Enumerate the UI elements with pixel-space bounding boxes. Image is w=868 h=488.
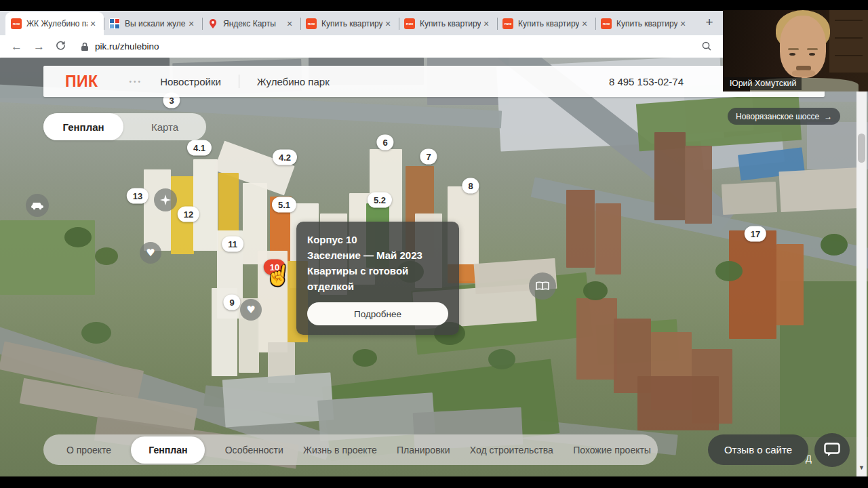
building-badge-17[interactable]: 17 — [745, 226, 766, 242]
tab-close-icon[interactable]: × — [284, 18, 295, 29]
building-badge-5.2[interactable]: 5.2 — [368, 192, 392, 208]
background-door — [826, 10, 868, 73]
tab-close-icon[interactable]: × — [186, 18, 197, 29]
building-badge-6[interactable]: 6 — [376, 135, 393, 150]
bottom-nav-item[interactable]: Особенности — [225, 445, 283, 455]
bottom-nav-item[interactable]: Планировки — [397, 445, 450, 455]
tab-title: Купить квартиру — [321, 19, 382, 28]
building-tooltip: Корпус 10 Заселение — Май 2023 Квартиры … — [296, 222, 459, 335]
tab-divider — [399, 18, 399, 30]
url-text: pik.ru/zhulebino — [95, 41, 159, 52]
map-art-shape — [715, 261, 743, 281]
new-tab-button[interactable]: + — [701, 14, 718, 32]
map-art-shape — [576, 298, 617, 380]
scrollbar[interactable]: ▼ — [856, 58, 867, 476]
map-art-shape — [729, 230, 776, 339]
map-art-shape — [776, 244, 804, 325]
tab-close-icon[interactable]: × — [87, 18, 98, 29]
bottom-nav-active-item[interactable]: Генплан — [131, 436, 205, 464]
letterbox-bottom — [0, 476, 868, 488]
building-badge-11[interactable]: 11 — [222, 237, 243, 252]
map-art-shape — [722, 182, 777, 215]
chat-bubble-icon — [824, 443, 840, 458]
presenter-face — [780, 16, 826, 78]
bottom-nav-item[interactable]: Ход строительства — [470, 445, 553, 455]
road-label-text: Новорязанское шоссе — [736, 112, 819, 121]
arrow-right-icon: → — [824, 112, 832, 121]
tab-title: Купить квартиру — [420, 19, 481, 28]
tab-close-icon[interactable]: × — [382, 18, 393, 29]
reload-icon[interactable] — [56, 40, 66, 54]
building-badge-5.1[interactable]: 5.1 — [272, 197, 296, 213]
search-icon[interactable] — [701, 41, 712, 54]
scrollbar-thumb[interactable] — [858, 134, 865, 163]
tab-title: Купить квартиру — [616, 19, 677, 28]
spark-amenity-icon[interactable] — [154, 188, 177, 211]
url-box[interactable]: pik.ru/zhulebino — [81, 41, 159, 52]
map-art-shape — [64, 227, 92, 247]
tab-title: Вы искали жуле — [125, 19, 186, 28]
building-badge-4.1[interactable]: 4.1 — [187, 140, 212, 156]
bottom-nav-item[interactable]: Похожие проекты — [573, 445, 651, 455]
presenter-name-label: Юрий Хомутский — [724, 77, 802, 90]
tab-close-icon[interactable]: × — [481, 18, 492, 29]
site-feedback-button[interactable]: Отзыв о сайте — [708, 434, 808, 465]
heart-amenity-icon[interactable]: ♥ — [140, 242, 161, 264]
letterbox-top — [0, 0, 868, 11]
toggle-genplan[interactable]: Генплан — [43, 113, 123, 140]
bottom-nav: О проектеГенпланОсобенностиЖизнь в проек… — [43, 434, 658, 465]
map-art-shape — [353, 349, 377, 367]
bottom-nav-item[interactable]: Жизнь в проекте — [303, 445, 377, 455]
menu-dots-icon[interactable]: ••• — [130, 78, 143, 85]
building-badge-13[interactable]: 13 — [127, 188, 149, 204]
map-art-shape — [779, 167, 863, 212]
building-badge-12[interactable]: 12 — [178, 207, 199, 222]
browser-tab[interactable]: пикКупить квартиру× — [595, 12, 694, 35]
stray-letter: Д — [806, 453, 812, 464]
browser-tab[interactable]: пикЖК Жулебино па× — [5, 12, 104, 35]
tab-close-icon[interactable]: × — [677, 18, 688, 29]
pik-favicon-icon: пик — [404, 18, 415, 29]
road-label: Новорязанское шоссе → — [728, 108, 840, 125]
map-art-shape — [222, 373, 334, 428]
map-art-shape — [81, 322, 111, 344]
school-amenity-icon[interactable] — [529, 272, 556, 300]
building-badge-9[interactable]: 9 — [223, 295, 240, 310]
lock-icon — [81, 42, 89, 52]
tab-close-icon[interactable]: × — [579, 18, 590, 29]
scroll-down-arrow[interactable]: ▼ — [859, 464, 865, 471]
browser-tab[interactable]: Яндекс Карты× — [202, 12, 300, 35]
pik-favicon-icon: пик — [11, 18, 22, 29]
site-header: ПИК ••• Новостройки Жулебино парк 8 495 … — [43, 66, 825, 97]
nav-novostroyki[interactable]: Новостройки — [160, 76, 221, 87]
nav-project-name[interactable]: Жулебино парк — [257, 76, 330, 87]
pik-favicon-icon: пик — [306, 18, 317, 29]
car-amenity-icon[interactable] — [26, 194, 49, 217]
tab-title: Яндекс Карты — [223, 19, 284, 28]
building-badge-4.2[interactable]: 4.2 — [273, 150, 297, 165]
tab-title: ЖК Жулебино па — [26, 19, 87, 28]
grid-favicon-icon — [109, 18, 120, 29]
chat-button[interactable] — [814, 433, 850, 467]
browser-tab[interactable]: пикКупить квартиру× — [497, 12, 595, 35]
map-art-shape — [95, 247, 118, 265]
bottom-nav-item[interactable]: О проекте — [66, 445, 111, 455]
browser-tab[interactable]: пикКупить квартиру× — [300, 12, 399, 35]
building-badge-8[interactable]: 8 — [462, 178, 479, 194]
tooltip-line1: Заселение — Май 2023 — [307, 247, 448, 263]
phone-number[interactable]: 8 495 153-02-74 — [609, 76, 684, 87]
building-badge-7[interactable]: 7 — [420, 149, 437, 165]
webcam-overlay: Юрий Хомутский — [723, 10, 868, 92]
forward-icon[interactable]: → — [33, 40, 45, 54]
map-art-shape — [685, 146, 712, 224]
pik-logo[interactable]: ПИК — [65, 73, 98, 91]
toggle-karta[interactable]: Карта — [123, 121, 206, 133]
tab-divider — [300, 18, 301, 30]
browser-tab[interactable]: пикКупить квартиру× — [399, 12, 497, 35]
heart-amenity-icon[interactable]: ♥ — [240, 299, 262, 321]
back-icon[interactable]: ← — [11, 40, 22, 54]
details-button[interactable]: Подробнее — [307, 302, 448, 325]
browser-tab[interactable]: Вы искали жуле× — [104, 12, 202, 35]
map-art-shape — [488, 349, 515, 369]
pik-favicon-icon: пик — [601, 18, 612, 29]
